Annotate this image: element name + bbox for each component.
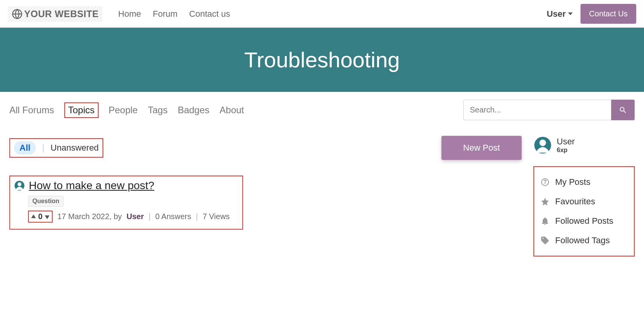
sidebar-xp: 6xp: [557, 147, 575, 154]
bell-icon: [540, 216, 550, 226]
avatar-icon: [14, 180, 25, 191]
tag-icon: [540, 236, 550, 245]
vote-box: 0: [28, 211, 53, 223]
question-circle-icon: [540, 177, 550, 187]
post-author[interactable]: User: [127, 212, 144, 221]
vote-count: 0: [38, 212, 42, 221]
sidebar-item-label: Followed Posts: [555, 216, 613, 226]
page-title: Troubleshooting: [0, 47, 644, 72]
upvote-icon[interactable]: [31, 214, 36, 219]
subnav-all-forums[interactable]: All Forums: [9, 105, 54, 116]
sidebar-user: User 6xp: [533, 136, 635, 154]
svg-point-4: [540, 140, 546, 146]
subnav-topics[interactable]: Topics: [64, 102, 99, 118]
sidebar-my-posts[interactable]: My Posts: [538, 172, 630, 192]
post-item: How to make a new post? Question 0 17 Ma…: [9, 176, 243, 230]
filters-row: All | Unanswered New Post: [9, 136, 522, 160]
sidebar-item-label: Followed Tags: [555, 235, 610, 246]
post-title-link[interactable]: How to make a new post?: [29, 179, 154, 192]
user-menu: User Contact Us: [547, 4, 636, 24]
downvote-icon[interactable]: [45, 214, 49, 219]
svg-point-2: [18, 183, 21, 186]
subnav-badges[interactable]: Badges: [178, 105, 209, 116]
username-label: User: [547, 9, 566, 19]
subnav-tags[interactable]: Tags: [148, 105, 168, 116]
sidebar-item-label: Favourites: [555, 197, 595, 207]
page-banner: Troubleshooting: [0, 28, 644, 92]
nav-forum[interactable]: Forum: [153, 9, 178, 19]
post-date: 17 March 2022, by: [57, 212, 122, 221]
post-tag-question[interactable]: Question: [28, 196, 64, 207]
sidebar-username[interactable]: User: [557, 137, 575, 147]
star-icon: [540, 197, 550, 206]
forum-subnav: All Forums Topics People Tags Badges Abo…: [0, 92, 644, 128]
nav-home[interactable]: Home: [118, 9, 141, 19]
post-views: 7 Views: [203, 212, 230, 221]
sidebar-links: My Posts Favourites Followed Posts Follo…: [533, 166, 635, 256]
main-layout: All | Unanswered New Post How to make a …: [0, 128, 644, 264]
filter-all[interactable]: All: [14, 141, 36, 154]
topbar: YOUR WEBSITE Home Forum Contact us User …: [0, 0, 644, 28]
search-icon: [619, 106, 627, 114]
globe-icon: [12, 9, 23, 19]
subnav-about[interactable]: About: [220, 105, 244, 116]
sidebar-followed-posts[interactable]: Followed Posts: [538, 211, 630, 231]
filter-separator: |: [42, 143, 44, 153]
logo[interactable]: YOUR WEBSITE: [8, 6, 102, 22]
filter-unanswered[interactable]: Unanswered: [51, 143, 99, 153]
search-input[interactable]: [463, 100, 611, 120]
search-button[interactable]: [611, 100, 635, 120]
contact-us-button[interactable]: Contact Us: [580, 4, 636, 24]
new-post-button[interactable]: New Post: [441, 136, 522, 160]
caret-down-icon: [568, 12, 573, 15]
top-nav: Home Forum Contact us: [118, 9, 547, 19]
subnav-links: All Forums Topics People Tags Badges Abo…: [9, 102, 455, 118]
logo-text: YOUR WEBSITE: [24, 9, 99, 19]
content-area: All | Unanswered New Post How to make a …: [9, 136, 522, 230]
sidebar: User 6xp My Posts Favourites Followed Po…: [533, 136, 635, 256]
topic-filters: All | Unanswered: [9, 138, 103, 158]
sidebar-followed-tags[interactable]: Followed Tags: [538, 231, 630, 250]
search: [463, 100, 635, 120]
post-title-row: How to make a new post?: [14, 179, 238, 192]
subnav-people[interactable]: People: [109, 105, 138, 116]
nav-contact[interactable]: Contact us: [189, 9, 230, 19]
avatar-icon: [533, 136, 552, 154]
post-answers: 0 Answers: [155, 212, 191, 221]
post-meta: 0 17 March 2022, by User | 0 Answers | 7…: [28, 211, 238, 223]
user-dropdown[interactable]: User: [547, 9, 573, 19]
sidebar-favourites[interactable]: Favourites: [538, 192, 630, 211]
sidebar-item-label: My Posts: [555, 177, 590, 187]
